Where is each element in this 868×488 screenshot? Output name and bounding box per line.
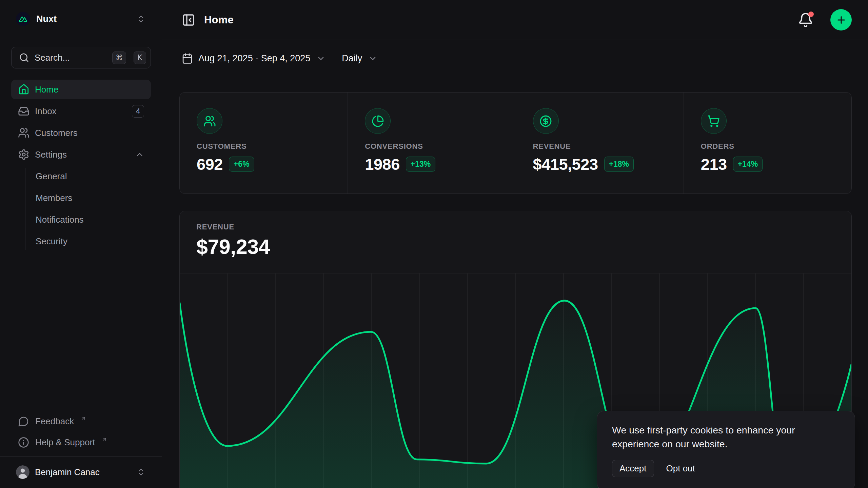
sidebar-item-security[interactable]: Security: [11, 231, 151, 251]
kbd-cmd: ⌘: [112, 52, 126, 64]
settings-subnav: GeneralMembersNotificationsSecurity: [11, 166, 151, 251]
chevron-up-icon: [135, 150, 144, 159]
chevron-down-icon: [368, 54, 377, 63]
stat-label: CUSTOMERS: [197, 142, 331, 151]
shopping-cart-icon: [701, 108, 727, 134]
notifications-button[interactable]: [798, 12, 813, 28]
stat-value: 213: [701, 155, 727, 174]
inbox-icon: [18, 105, 29, 117]
add-button[interactable]: [830, 9, 852, 30]
stat-delta-badge: +14%: [733, 157, 763, 172]
stat-delta-badge: +18%: [604, 157, 634, 172]
stat-card-orders[interactable]: ORDERS213+14%: [684, 93, 851, 194]
user-name: Benjamin Canac: [35, 467, 100, 477]
sidebar-footer: FeedbackHelp & Support: [11, 412, 151, 451]
plus-icon: [836, 15, 847, 25]
date-range-label: Aug 21, 2025 - Sep 4, 2025: [198, 53, 310, 64]
sidebar-item-general[interactable]: General: [11, 166, 151, 186]
page-title: Home: [204, 14, 234, 26]
cookie-message: We use first-party cookies to enhance yo…: [612, 423, 822, 451]
external-link-icon: [80, 415, 86, 421]
calendar-icon: [182, 53, 193, 64]
page-header: Home: [162, 0, 868, 40]
search-input-wrap[interactable]: ⌘ K: [11, 47, 151, 68]
chevrons-up-down-icon: [137, 15, 145, 23]
tree-guide-line: [25, 168, 25, 250]
stat-delta-badge: +6%: [229, 157, 254, 172]
granularity-label: Daily: [342, 53, 362, 64]
cookie-banner: We use first-party cookies to enhance yo…: [597, 411, 855, 488]
search-input[interactable]: [35, 53, 107, 63]
chevron-down-icon: [316, 54, 326, 63]
sidebar-item-settings[interactable]: Settings: [11, 145, 151, 164]
stat-value: 692: [197, 155, 223, 174]
notification-dot: [808, 12, 814, 17]
accept-cookies-button[interactable]: Accept: [612, 460, 654, 477]
stat-label: REVENUE: [533, 142, 667, 151]
stat-delta-badge: +13%: [406, 157, 435, 172]
stat-label: ORDERS: [701, 142, 834, 151]
sidebar-link-label: Help & Support: [35, 437, 95, 448]
external-link-icon: [101, 436, 107, 442]
info-icon: [18, 437, 29, 448]
sidebar-item-notifications[interactable]: Notifications: [11, 210, 151, 229]
sidebar-item-label: Settings: [35, 149, 67, 160]
sidebar-link-feedback[interactable]: Feedback: [11, 412, 151, 430]
optout-cookies-button[interactable]: Opt out: [666, 463, 695, 474]
revenue-card-value: $79,234: [196, 235, 835, 259]
users-icon: [18, 127, 29, 139]
nuxt-logo-icon: [16, 12, 30, 26]
circle-dollar-icon: [533, 108, 559, 134]
avatar: [16, 465, 29, 479]
unread-count-badge: 4: [132, 105, 144, 118]
stat-label: CONVERSIONS: [365, 142, 498, 151]
granularity-select[interactable]: Daily: [342, 53, 377, 64]
panel-left-close-icon: [182, 13, 195, 27]
sidebar-item-label: Customers: [35, 128, 78, 138]
stat-card-revenue[interactable]: REVENUE$415,523+18%: [516, 93, 684, 194]
sidebar-link-help-support[interactable]: Help & Support: [11, 433, 151, 451]
stats-row: CUSTOMERS692+6%CONVERSIONS1986+13%REVENU…: [179, 92, 852, 194]
sidebar-link-label: Feedback: [35, 416, 74, 427]
message-circle-icon: [18, 416, 29, 427]
sidebar-item-label: Home: [35, 84, 58, 95]
filters-toolbar: Aug 21, 2025 - Sep 4, 2025 Daily: [162, 40, 868, 77]
stat-value: 1986: [365, 155, 400, 174]
sidebar-item-label: Inbox: [35, 106, 57, 117]
sidebar-divider: [0, 456, 162, 457]
workspace-name: Nuxt: [36, 14, 57, 24]
users-icon: [197, 108, 222, 134]
chevrons-up-down-icon: [137, 468, 145, 476]
user-menu[interactable]: Benjamin Canac: [11, 461, 151, 483]
stat-card-conversions[interactable]: CONVERSIONS1986+13%: [348, 93, 515, 194]
sidebar-item-customers[interactable]: Customers: [11, 123, 151, 143]
revenue-card-label: REVENUE: [196, 223, 835, 231]
sidebar-item-members[interactable]: Members: [11, 188, 151, 208]
kbd-k: K: [134, 52, 146, 64]
gear-icon: [18, 149, 29, 160]
house-icon: [18, 84, 29, 95]
sidebar-nav: HomeInbox4CustomersSettingsGeneralMember…: [11, 80, 151, 251]
workspace-switcher[interactable]: Nuxt: [11, 8, 151, 30]
pie-chart-icon: [365, 108, 391, 134]
collapse-sidebar-button[interactable]: [182, 13, 195, 27]
date-range-picker[interactable]: Aug 21, 2025 - Sep 4, 2025: [182, 53, 326, 64]
sidebar-item-inbox[interactable]: Inbox4: [11, 101, 151, 121]
sidebar-item-home[interactable]: Home: [11, 80, 151, 99]
sidebar: Nuxt ⌘ K HomeInbox4CustomersSettingsGene…: [0, 0, 162, 488]
stat-value: $415,523: [533, 155, 598, 174]
stat-card-customers[interactable]: CUSTOMERS692+6%: [180, 93, 348, 194]
search-icon: [19, 53, 29, 63]
